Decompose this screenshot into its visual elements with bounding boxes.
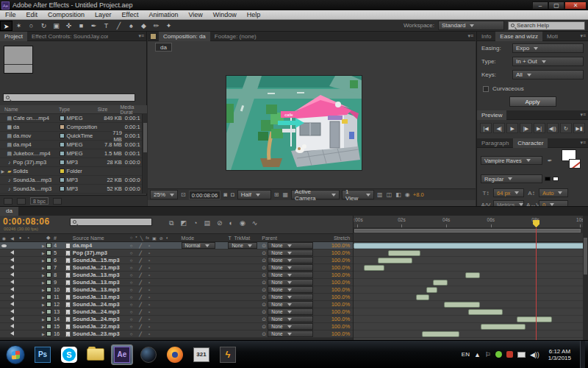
project-row[interactable]: ♪ SoundJa....mp3 MP3 52 KB 0:00:0 — [0, 185, 142, 194]
safe-margins-icon[interactable]: ⊡ — [180, 191, 187, 198]
timeline-search-input[interactable] — [70, 218, 152, 226]
layer-row-6[interactable]: ▶ 6 ♪ SoundJa...15.mp3 ○╱▫ ⊙ None 100.0% — [0, 257, 353, 264]
pickwhip-icon[interactable]: ⊙ — [262, 331, 266, 337]
font-size-dropdown[interactable]: 64 px — [493, 188, 524, 197]
project-row[interactable]: ▤ da.mp4 MPEG 7.8 MB 0:00:1 — [0, 141, 142, 149]
layer-row-16[interactable]: ▶ 16 ♪ SoundJa...23.mp3 ○╱▫ ⊙ None 100.0… — [0, 330, 353, 338]
comp-timecode[interactable]: 0:00:08:06 — [189, 191, 220, 199]
transparency-grid-icon[interactable]: ▦ — [282, 191, 290, 198]
clip-bar[interactable] — [364, 265, 385, 271]
panel-menu-icon[interactable]: ▾≡ — [580, 112, 588, 118]
label-color[interactable] — [46, 265, 54, 270]
expand-arrow[interactable]: ▶ — [40, 295, 46, 300]
stroke-color-swatch[interactable] — [569, 159, 581, 169]
label-swatch[interactable] — [60, 151, 65, 156]
pickwhip-icon[interactable]: ⊙ — [262, 250, 266, 256]
audio-toggle[interactable] — [8, 324, 16, 329]
stretch-value[interactable]: 100.0% — [323, 294, 353, 300]
tool-zoom[interactable]: ○ — [25, 21, 37, 31]
taskbar-skype[interactable]: S — [58, 344, 80, 365]
stretch-value[interactable]: 100.0% — [323, 264, 353, 271]
label-color[interactable] — [46, 243, 54, 248]
stretch-value[interactable]: 100.0% — [323, 242, 353, 249]
parent-dropdown[interactable]: None — [268, 316, 313, 322]
parent-dropdown[interactable]: None — [268, 250, 313, 256]
brainstorm-icon[interactable]: ◐ — [229, 219, 232, 227]
prev-frame-button[interactable]: ◀| — [493, 123, 505, 133]
timeline-tab-da[interactable]: da — [0, 207, 18, 216]
timeline-column-headers[interactable]: ◉ ◀ ● ▪ ◆ # Source Name ○*╲fx▣⊘◐ Mode T … — [0, 233, 353, 242]
channels-icon[interactable]: ◘ — [230, 191, 235, 198]
label-color[interactable] — [46, 324, 54, 329]
project-row[interactable]: ♪ SoundJa....mp3 MP3 22 KB 0:00:0 — [0, 176, 142, 185]
audio-toggle[interactable] — [8, 280, 16, 285]
audio-toggle[interactable] — [8, 309, 16, 314]
last-frame-button[interactable]: ▶| — [534, 123, 545, 133]
layer-row-14[interactable]: ▶ 14 ♪ SoundJa...24.mp3 ○╱▫ ⊙ None 100.0… — [0, 316, 353, 323]
clip-bar[interactable] — [465, 272, 480, 278]
resolution-dropdown[interactable]: Half — [237, 190, 271, 199]
panel-menu-icon[interactable]: ▾≡ — [138, 33, 146, 39]
eyedropper-icon[interactable]: ✒ — [545, 158, 555, 164]
status-red-icon[interactable] — [506, 351, 513, 358]
apply-button[interactable]: Apply — [509, 96, 556, 107]
pickwhip-icon[interactable]: ⊙ — [262, 309, 266, 315]
parent-dropdown[interactable]: None — [268, 301, 313, 308]
maximize-button[interactable]: ▢ — [548, 1, 564, 10]
project-row[interactable]: ♪ Pop (37).mp3 MP3 28 KB 0:00:0 — [0, 158, 142, 167]
volume-icon[interactable]: ◀)) — [530, 351, 539, 358]
audio-toggle[interactable] — [8, 272, 16, 277]
layer-row-15[interactable]: ▶ 15 ♪ SoundJa...22.mp3 ○╱▫ ⊙ None 100.0… — [0, 323, 353, 330]
timeline-graph[interactable]: 0:00s 02s 04s 06s 08s 10s — [353, 216, 583, 349]
layer-row-10[interactable]: ▶ 10 ♪ SoundJa...13.mp3 ○╱▫ ⊙ None 100.0… — [0, 286, 353, 294]
layer-row-12[interactable]: ▶ 12 ♪ SoundJa...24.mp3 ○╱▫ ⊙ None 100.0… — [0, 301, 353, 308]
expand-arrow[interactable]: ▶ — [40, 244, 46, 248]
label-color[interactable] — [46, 287, 54, 292]
black-swatch[interactable] — [545, 177, 551, 181]
tab-motion[interactable]: Moti — [542, 32, 562, 41]
label-swatch[interactable] — [60, 177, 65, 183]
ram-preview-button[interactable]: ▶▮ — [573, 123, 585, 133]
font-family-dropdown[interactable]: Vampire Raves — [481, 156, 542, 165]
expand-arrow[interactable]: ▶ — [40, 273, 46, 277]
ease-field-dropdown-0[interactable]: Expo — [512, 43, 584, 53]
clip-bar[interactable] — [481, 324, 526, 330]
pickwhip-icon[interactable]: ⊙ — [262, 316, 266, 322]
expand-arrow[interactable]: ▶ — [40, 310, 46, 314]
expand-arrow[interactable]: ▶ — [40, 325, 46, 329]
stretch-value[interactable]: 100.0% — [323, 286, 353, 293]
roi-icon[interactable]: ⊞ — [273, 191, 280, 198]
start-button[interactable] — [6, 345, 25, 364]
time-ruler[interactable]: 0:00s 02s 04s 06s 08s 10s — [354, 216, 583, 228]
clip-bar[interactable] — [517, 316, 553, 322]
action-center-flag-icon[interactable]: ⚐ — [485, 351, 491, 358]
expand-arrow[interactable]: ▶ — [40, 288, 46, 292]
layer-row-11[interactable]: ▶ 11 ♪ SoundJa...13.mp3 ○╱▫ ⊙ None 100.0… — [0, 294, 353, 301]
parent-dropdown[interactable]: None — [268, 286, 313, 293]
tool-selection[interactable]: ➤ — [0, 21, 12, 31]
expand-arrow[interactable]: ▶ — [40, 280, 46, 285]
layer-row-8[interactable]: ▶ 8 ♪ SoundJa...13.mp3 ○╱▫ ⊙ None 100.0% — [0, 272, 353, 279]
label-swatch[interactable] — [60, 186, 65, 191]
audio-button[interactable]: ◀)) — [547, 123, 559, 133]
fill-stroke-swatches[interactable] — [557, 149, 582, 171]
project-row[interactable]: ▤ da.mov QuickTime 719 MB 0:00:1 — [0, 132, 142, 141]
taskbar-explorer[interactable] — [85, 344, 107, 365]
taskbar-photoshop[interactable]: Ps — [32, 344, 54, 365]
clip-bar[interactable] — [422, 331, 460, 337]
stretch-value[interactable]: 100.0% — [323, 250, 353, 256]
layer-row-5[interactable]: ▶ 5 ♪ Pop (37).mp3 ○╱▫ ⊙ None 100.0% — [0, 250, 353, 257]
clip-bar[interactable] — [433, 280, 448, 286]
tab-footage[interactable]: Footage: (none) — [210, 32, 261, 41]
audio-toggle[interactable] — [8, 302, 16, 307]
snapshot-icon[interactable]: ◙ — [223, 191, 228, 198]
label-color[interactable] — [46, 309, 54, 314]
workspace-dropdown[interactable]: Standard — [438, 21, 504, 30]
expand-arrow[interactable]: ▶ — [40, 251, 46, 255]
audio-toggle[interactable] — [8, 250, 16, 255]
work-area-bar[interactable] — [354, 228, 583, 233]
tool-type[interactable]: T — [100, 21, 112, 31]
stretch-value[interactable]: 100.0% — [323, 279, 353, 286]
taskbar-cinema4d[interactable] — [137, 344, 159, 365]
audio-toggle[interactable] — [8, 258, 16, 263]
